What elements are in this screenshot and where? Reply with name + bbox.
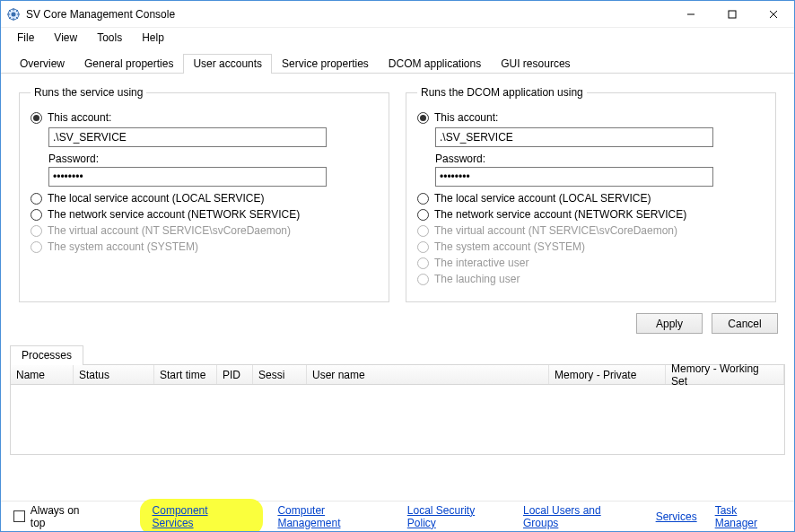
radio-label-dcom-local: The local service account (LOCAL SERVICE… bbox=[434, 192, 651, 205]
input-dcom-password[interactable] bbox=[435, 167, 713, 187]
radio-dcom-system bbox=[417, 241, 429, 253]
radio-dcom-this-account[interactable] bbox=[417, 112, 429, 124]
group-service-legend: Runs the service using bbox=[31, 86, 146, 99]
link-task-manager[interactable]: Task Manager bbox=[715, 504, 782, 529]
radio-label-service-this-account: This account: bbox=[48, 111, 111, 124]
radio-label-service-network: The network service account (NETWORK SER… bbox=[48, 208, 300, 221]
radio-label-service-system: The system account (SYSTEM) bbox=[48, 240, 198, 253]
menu-file[interactable]: File bbox=[8, 30, 43, 46]
tab-processes[interactable]: Processes bbox=[10, 345, 83, 365]
link-computer-management[interactable]: Computer Management bbox=[277, 504, 389, 529]
radio-label-service-virtual: The virtual account (NT SERVICE\svCoreDa… bbox=[48, 224, 291, 237]
window-title: SV Core Management Console bbox=[26, 8, 175, 21]
radio-service-local[interactable] bbox=[31, 193, 42, 205]
tab-content: Runs the service using This account: Pas… bbox=[1, 74, 794, 308]
radio-dcom-network[interactable] bbox=[417, 209, 429, 221]
checkbox-always-on-top[interactable] bbox=[13, 510, 25, 522]
menubar: File View Tools Help bbox=[1, 28, 794, 48]
tab-gui-resources[interactable]: GUI resources bbox=[491, 54, 580, 74]
radio-service-network[interactable] bbox=[31, 209, 42, 221]
group-dcom-account: Runs the DCOM application using This acc… bbox=[406, 86, 776, 302]
radio-service-virtual bbox=[31, 225, 42, 237]
tab-dcom-applications[interactable]: DCOM applications bbox=[379, 54, 491, 74]
tab-overview[interactable]: Overview bbox=[10, 54, 74, 74]
tab-general-properties[interactable]: General properties bbox=[74, 54, 183, 74]
processes-header: Name Status Start time PID Sessi User na… bbox=[10, 365, 785, 385]
radio-label-dcom-virtual: The virtual account (NT SERVICE\svCoreDa… bbox=[434, 224, 677, 237]
radio-label-dcom-this-account: This account: bbox=[434, 111, 498, 124]
col-mem-private[interactable]: Memory - Private bbox=[549, 365, 666, 384]
col-status[interactable]: Status bbox=[74, 365, 154, 384]
menu-tools[interactable]: Tools bbox=[88, 30, 131, 46]
processes-panel: Processes Name Status Start time PID Ses… bbox=[10, 344, 785, 455]
tab-user-accounts[interactable]: User accounts bbox=[183, 54, 272, 74]
processes-grid-body[interactable] bbox=[10, 385, 785, 455]
apply-button[interactable]: Apply bbox=[636, 313, 703, 334]
label-always-on-top: Always on top bbox=[31, 504, 97, 529]
radio-dcom-interactive bbox=[417, 257, 429, 269]
col-pid[interactable]: PID bbox=[217, 365, 253, 384]
close-button[interactable] bbox=[753, 1, 794, 28]
svg-rect-2 bbox=[729, 11, 736, 18]
col-session[interactable]: Sessi bbox=[253, 365, 307, 384]
cancel-button[interactable]: Cancel bbox=[712, 313, 778, 334]
radio-service-this-account[interactable] bbox=[31, 112, 42, 124]
radio-dcom-virtual bbox=[417, 225, 429, 237]
dialog-button-row: Apply Cancel bbox=[1, 308, 794, 344]
col-mem-working[interactable]: Memory - Working Set bbox=[666, 365, 784, 384]
tabstrip-top: Overview General properties User account… bbox=[1, 48, 794, 74]
input-dcom-account[interactable] bbox=[435, 127, 713, 147]
group-dcom-legend: Runs the DCOM application using bbox=[417, 86, 587, 99]
radio-service-system bbox=[31, 241, 42, 253]
radio-label-dcom-network: The network service account (NETWORK SER… bbox=[434, 208, 686, 221]
link-local-users-and-groups[interactable]: Local Users and Groups bbox=[523, 504, 638, 529]
titlebar: SV Core Management Console bbox=[1, 1, 794, 28]
radio-label-service-local: The local service account (LOCAL SERVICE… bbox=[48, 192, 264, 205]
col-name[interactable]: Name bbox=[11, 365, 74, 384]
col-user[interactable]: User name bbox=[307, 365, 549, 384]
maximize-button[interactable] bbox=[712, 1, 753, 28]
link-component-services[interactable]: Component Services bbox=[144, 502, 260, 531]
col-start[interactable]: Start time bbox=[154, 365, 217, 384]
svg-point-1 bbox=[12, 12, 16, 16]
menu-view[interactable]: View bbox=[45, 30, 86, 46]
footer-bar: Always on top Component Services Compute… bbox=[1, 501, 794, 531]
label-service-password: Password: bbox=[48, 153, 378, 165]
group-service-account: Runs the service using This account: Pas… bbox=[19, 86, 389, 302]
input-service-account[interactable] bbox=[48, 127, 327, 147]
link-services[interactable]: Services bbox=[656, 510, 697, 523]
radio-dcom-local[interactable] bbox=[417, 193, 429, 205]
link-local-security-policy[interactable]: Local Security Policy bbox=[407, 504, 505, 529]
minimize-button[interactable] bbox=[670, 1, 712, 28]
menu-help[interactable]: Help bbox=[133, 30, 173, 46]
radio-label-dcom-launching: The lauching user bbox=[434, 273, 520, 285]
tab-service-properties[interactable]: Service properties bbox=[272, 54, 379, 74]
app-icon bbox=[6, 7, 21, 22]
radio-dcom-launching bbox=[417, 274, 429, 285]
label-dcom-password: Password: bbox=[435, 153, 764, 165]
radio-label-dcom-system: The system account (SYSTEM) bbox=[434, 240, 585, 253]
input-service-password[interactable] bbox=[48, 167, 327, 187]
radio-label-dcom-interactive: The interactive user bbox=[434, 257, 529, 269]
